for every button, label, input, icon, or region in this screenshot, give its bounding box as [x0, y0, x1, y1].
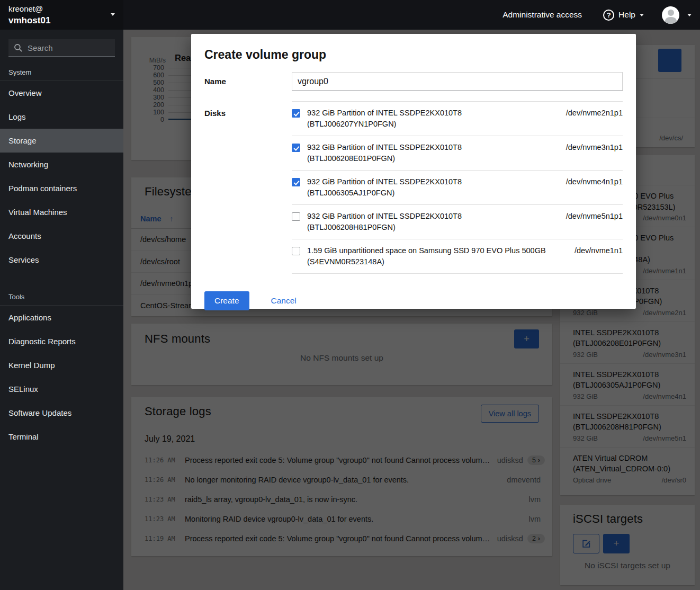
sidebar-item-diagnostic-reports[interactable]: Diagnostic Reports: [0, 329, 123, 353]
disks-label: Disks: [204, 101, 292, 274]
search-icon: [14, 43, 23, 52]
help-menu[interactable]: ? Help: [603, 10, 644, 21]
disk-checkbox-checked[interactable]: [292, 109, 300, 118]
sidebar-item-selinux[interactable]: SELinux: [0, 377, 123, 401]
cancel-button[interactable]: Cancel: [271, 296, 297, 306]
sidebar-item-podman-containers[interactable]: Podman containers: [0, 176, 123, 200]
sidebar-item-accounts[interactable]: Accounts: [0, 224, 123, 248]
sidebar-item-kernel-dump[interactable]: Kernel Dump: [0, 353, 123, 377]
brand-host: vmhost01: [8, 14, 115, 26]
volume-group-name-input[interactable]: [292, 72, 623, 91]
disk-checkbox-checked[interactable]: [292, 144, 300, 152]
search-input[interactable]: [8, 39, 115, 57]
sidebar-search: [8, 39, 115, 57]
disk-option[interactable]: 1.59 GiB unpartitioned space on Samsung …: [292, 239, 623, 274]
nav-section-system: System: [0, 60, 123, 81]
sidebar-item-logs[interactable]: Logs: [0, 105, 123, 129]
disk-option[interactable]: 932 GiB Partition of INTEL SSDPE2KX010T8…: [292, 205, 623, 239]
disk-checkbox-unchecked[interactable]: [292, 247, 300, 255]
sidebar-item-virtual-machines[interactable]: Virtual Machines: [0, 200, 123, 224]
create-volume-group-dialog: Create volume group Name Disks 932 GiB P…: [191, 34, 636, 309]
sidebar-item-software-updates[interactable]: Software Updates: [0, 401, 123, 425]
brand-user: kreonet@: [8, 4, 115, 14]
help-label: Help: [618, 10, 635, 20]
sidebar-item-applications[interactable]: Applications: [0, 306, 123, 329]
sidebar-item-terminal[interactable]: Terminal: [0, 425, 123, 449]
avatar-head: [668, 10, 674, 16]
disk-label: 932 GiB Partition of INTEL SSDPE2KX010T8…: [307, 176, 462, 199]
name-label: Name: [204, 72, 292, 91]
sidebar: System Overview Logs Storage Networking …: [0, 30, 123, 590]
disk-path: /dev/nvme4n1p1: [566, 176, 623, 186]
host-switcher[interactable]: kreonet@ vmhost01: [0, 0, 123, 30]
create-button[interactable]: Create: [204, 291, 249, 310]
disk-label: 932 GiB Partition of INTEL SSDPE2KX010T8…: [307, 108, 462, 130]
chevron-down-icon: [640, 14, 644, 16]
masthead-controls: Administrative access ? Help: [502, 6, 700, 24]
disk-list: 932 GiB Partition of INTEL SSDPE2KX010T8…: [292, 101, 623, 274]
administrative-access-button[interactable]: Administrative access: [502, 10, 582, 20]
disk-label: 1.59 GiB unpartitioned space on Samsung …: [307, 245, 546, 267]
disk-checkbox-checked[interactable]: [292, 178, 300, 186]
help-question-icon: ?: [603, 10, 614, 21]
disk-path: /dev/nvme3n1p1: [566, 142, 623, 151]
disk-option[interactable]: 932 GiB Partition of INTEL SSDPE2KX010T8…: [292, 102, 623, 136]
chevron-down-icon: [111, 13, 115, 16]
avatar-body: [665, 17, 677, 24]
disk-label: 932 GiB Partition of INTEL SSDPE2KX010T8…: [307, 142, 462, 164]
sidebar-item-overview[interactable]: Overview: [0, 81, 123, 105]
disk-checkbox-unchecked[interactable]: [292, 212, 300, 221]
sidebar-item-services[interactable]: Services: [0, 248, 123, 272]
disk-path: /dev/nvme1n1: [575, 245, 623, 255]
session-menu-caret[interactable]: [687, 14, 692, 16]
disk-option[interactable]: 932 GiB Partition of INTEL SSDPE2KX010T8…: [292, 171, 623, 205]
masthead: kreonet@ vmhost01 Administrative access …: [0, 0, 700, 30]
disk-label: 932 GiB Partition of INTEL SSDPE2KX010T8…: [307, 211, 462, 233]
disk-option[interactable]: 932 GiB Partition of INTEL SSDPE2KX010T8…: [292, 136, 623, 171]
sidebar-item-storage[interactable]: Storage: [0, 129, 123, 153]
dialog-title: Create volume group: [204, 48, 623, 62]
user-avatar[interactable]: [662, 6, 679, 24]
nav-section-tools: Tools: [0, 284, 123, 306]
disk-path: /dev/nvme5n1p1: [566, 211, 623, 220]
sidebar-item-networking[interactable]: Networking: [0, 153, 123, 176]
disk-path: /dev/nvme2n1p1: [566, 108, 623, 117]
